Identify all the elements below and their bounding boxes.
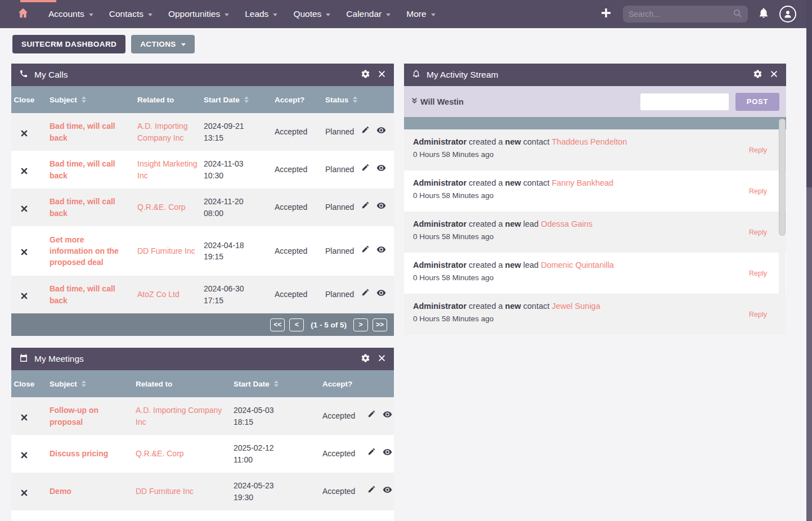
page-scrollbar-thumb[interactable] [806,187,812,521]
view-eye-icon[interactable] [383,410,392,422]
call-related-link[interactable]: Q.R.&E. Corp [137,201,204,213]
row-close-icon[interactable] [11,290,37,300]
activity-scrollbar-track[interactable] [779,119,786,327]
activity-post-input[interactable] [640,93,729,110]
row-close-icon[interactable] [11,165,37,175]
row-close-icon[interactable] [11,411,37,421]
sort-icon[interactable] [244,96,249,103]
nav-item-quotes[interactable]: Quotes [285,0,338,28]
nav-item-accounts[interactable]: Accounts [41,0,101,28]
edit-pencil-icon[interactable] [367,485,376,497]
entry-record-link[interactable]: Jewel Suniga [552,302,600,311]
nav-item-calendar[interactable]: Calendar [338,0,398,28]
gear-icon[interactable] [753,69,762,81]
close-icon[interactable] [770,70,778,80]
entry-timestamp: 0 Hours 58 Minutes ago [413,191,747,200]
edit-pencil-icon[interactable] [367,447,376,460]
entry-record-link[interactable]: Domenic Quintanilla [541,260,614,270]
row-close-icon[interactable] [11,127,37,137]
call-subject-link[interactable]: Bad time, will call back [37,158,137,181]
entry-record-link[interactable]: Fanny Bankhead [552,178,614,187]
view-eye-icon[interactable] [376,245,386,257]
activity-user-toggle[interactable]: Will Westin [411,97,464,106]
reply-link[interactable]: Reply [749,146,767,154]
entry-verb: created a [469,219,503,228]
reply-link[interactable]: Reply [749,311,767,318]
edit-pencil-icon[interactable] [361,245,370,257]
column-header-accept: Accept? [275,96,304,104]
call-accept-value: Accepted [267,289,317,300]
meeting-subject-link[interactable]: Discuss pricing [37,448,136,459]
column-header-close: Close [14,96,35,104]
meeting-start-date: 2024-05-2319:30 [234,480,312,503]
entry-record-link[interactable]: Thaddeus Pendelton [552,137,627,146]
meeting-related-link[interactable]: A.D. Importing Company Inc [136,405,234,428]
view-eye-icon[interactable] [376,288,386,300]
close-icon[interactable] [378,354,386,365]
call-subject-link[interactable]: Get more information on the proposed dea… [37,234,137,268]
user-avatar[interactable] [779,6,796,23]
meeting-subject-link[interactable]: Demo [37,486,136,497]
call-related-link[interactable]: A.D. Importing Company Inc [137,120,204,143]
chevron-down-icon [148,14,152,16]
call-related-link[interactable]: AtoZ Co Ltd [137,289,204,300]
actions-button[interactable]: ACTIONS [131,35,195,53]
post-button[interactable]: POST [735,93,779,111]
call-start-date: 2024-11-0310:30 [204,158,267,181]
sort-icon[interactable] [274,380,279,387]
row-close-icon[interactable] [11,449,37,459]
first-page-button[interactable]: << [270,318,285,331]
column-header-subject: Subject [50,380,77,388]
nav-item-more[interactable]: More [398,0,443,28]
gear-icon[interactable] [361,353,370,365]
view-eye-icon[interactable] [383,485,392,497]
edit-pencil-icon[interactable] [361,288,370,300]
next-page-button[interactable]: > [353,318,368,331]
search-input[interactable] [629,10,733,19]
call-related-link[interactable]: DD Furniture Inc [137,245,204,257]
edit-pencil-icon[interactable] [361,163,370,176]
call-subject-link[interactable]: Bad time, will call back [37,283,137,306]
nav-item-leads[interactable]: Leads [237,0,285,28]
edit-pencil-icon[interactable] [361,201,370,213]
sort-icon[interactable] [353,96,357,103]
meeting-subject-link[interactable]: Follow-up on proposal [37,405,136,428]
edit-pencil-icon[interactable] [367,410,376,422]
row-close-icon[interactable] [11,203,37,213]
row-close-icon[interactable] [11,487,37,497]
view-eye-icon[interactable] [383,447,392,460]
activity-scrollbar-thumb[interactable] [779,119,786,236]
nav-item-contacts[interactable]: Contacts [101,0,160,28]
entry-kind: lead [523,219,539,228]
row-close-icon[interactable] [11,246,37,256]
previous-page-button[interactable]: < [289,318,304,331]
home-button[interactable] [17,7,29,21]
gear-icon[interactable] [361,69,370,81]
reply-link[interactable]: Reply [749,270,767,277]
search-icon[interactable] [733,8,742,20]
sort-icon[interactable] [82,96,86,103]
view-eye-icon[interactable] [376,125,386,138]
view-eye-icon[interactable] [376,201,386,213]
suitecrm-dashboard-button[interactable]: SUITECRM DASHBOARD [12,35,125,53]
sort-icon[interactable] [82,380,86,387]
notifications-bell-icon[interactable] [758,7,769,21]
entry-record-link[interactable]: Odessa Gains [541,219,593,228]
last-page-button[interactable]: >> [373,318,387,331]
table-row: Bad time, will call back Q.R.&E. Corp 20… [11,188,394,226]
quick-create-plus-icon[interactable] [599,6,613,22]
meeting-related-link[interactable]: DD Furniture Inc [136,486,234,497]
close-icon[interactable] [378,70,386,80]
nav-item-opportunities[interactable]: Opportunities [160,0,237,28]
call-subject-link[interactable]: Bad time, will call back [37,196,137,219]
view-eye-icon[interactable] [376,163,386,176]
reply-link[interactable]: Reply [749,187,767,195]
reply-link[interactable]: Reply [749,228,767,236]
page-scrollbar-track[interactable] [806,0,812,521]
edit-pencil-icon[interactable] [361,125,370,138]
nav-label: Opportunities [168,9,220,19]
call-subject-link[interactable]: Bad time, will call back [37,120,137,143]
meeting-related-link[interactable]: Q.R.&E. Corp [136,448,234,459]
call-related-link[interactable]: Insight Marketing Inc [137,158,204,181]
meeting-accept-value: Accepted [312,410,367,421]
